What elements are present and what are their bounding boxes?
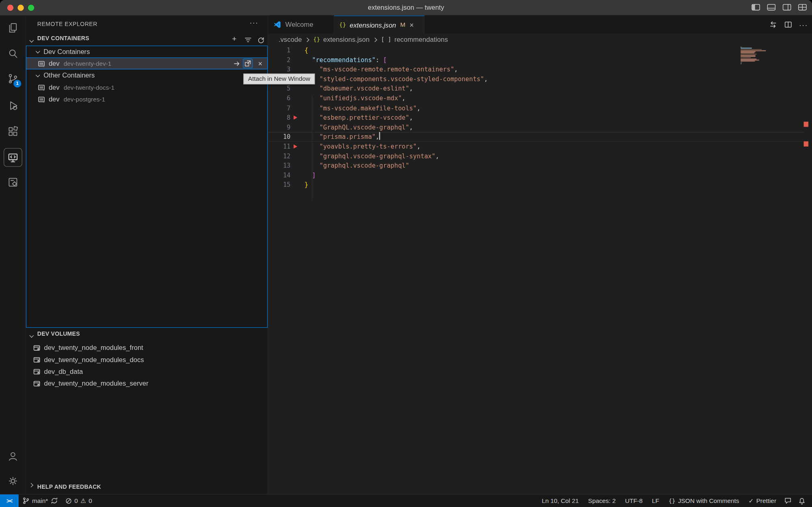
volume-item[interactable]: dev_db_data — [26, 366, 268, 378]
code-lines[interactable]: 1{2 "recommendations": [3 "ms-vscode-rem… — [268, 45, 804, 190]
formatter-item[interactable]: ✓ Prettier — [745, 494, 780, 507]
language-mode-item[interactable]: {} JSON with Comments — [665, 494, 743, 507]
volume-item[interactable]: dev_twenty_node_modules_docs — [26, 354, 268, 365]
indentation-item[interactable]: Spaces: 2 — [585, 494, 620, 507]
account-icon[interactable] — [7, 450, 19, 462]
volume-item[interactable]: dev_twenty_node_modules_front — [26, 342, 268, 354]
activity-bar: 1 — [0, 15, 26, 494]
overview-ruler-mark — [804, 141, 808, 147]
title-bar: extensions.json — twenty — [0, 0, 812, 15]
tooltip: Attach in New Window — [243, 73, 315, 84]
eol-item[interactable]: LF — [648, 494, 663, 507]
refresh-icon[interactable] — [257, 36, 265, 44]
remote-indicator[interactable]: >< — [0, 494, 19, 507]
remote-explorer-icon[interactable] — [7, 152, 19, 164]
tree-item-dev-postgres-1[interactable]: dev dev-postgres-1 — [26, 93, 268, 105]
customize-layout-icon[interactable] — [798, 4, 807, 11]
sidebar-title: REMOTE EXPLORER — [37, 21, 97, 27]
errors-icon — [65, 497, 72, 504]
tree-group-dev-containers[interactable]: Dev Containers — [26, 45, 268, 57]
code-line[interactable]: 14 ] — [268, 171, 804, 181]
tab-welcome[interactable]: Welcome — [268, 15, 334, 34]
section-help-feedback[interactable]: HELP AND FEEDBACK — [37, 483, 101, 490]
volume-icon — [32, 367, 41, 375]
scm-badge: 1 — [13, 80, 21, 87]
breadcrumb-symbol[interactable]: recommendations — [394, 36, 448, 43]
container-icon — [37, 95, 45, 103]
feedback-icon[interactable] — [784, 497, 792, 504]
tab-extensions-json[interactable]: {} extensions.json M × — [334, 15, 425, 34]
code-line[interactable]: 9 "GraphQL.vscode-graphql", — [268, 123, 804, 132]
container-icon — [37, 83, 45, 91]
dev-volumes-collapse-icon[interactable] — [29, 331, 34, 341]
json-file-icon: {} — [339, 22, 346, 28]
minimap[interactable] — [741, 47, 769, 65]
code-line[interactable]: 6 "unifiedjs.vscode-mdx", — [268, 94, 804, 104]
breadcrumbs: .vscode {} extensions.json [ ] recommend… — [268, 34, 812, 45]
code-line[interactable]: 13 "graphql.vscode-graphql" — [268, 161, 804, 171]
code-line[interactable]: 5 "dbaeumer.vscode-eslint", — [268, 84, 804, 94]
modified-badge: M — [400, 21, 406, 28]
container-icon — [37, 59, 45, 67]
window-title: extensions.json — twenty — [0, 0, 812, 15]
cursor-position-item[interactable]: Ln 10, Col 21 — [538, 494, 582, 507]
encoding-item[interactable]: UTF-8 — [622, 494, 646, 507]
tree-group-other-containers[interactable]: Other Containers — [26, 69, 268, 81]
section-dev-containers[interactable]: DEV CONTAINERS — [37, 35, 89, 41]
section-dev-volumes[interactable]: DEV VOLUMES — [37, 330, 80, 337]
volume-item[interactable]: dev_twenty_node_modules_server — [26, 378, 268, 389]
array-symbol-icon: [ ] — [381, 36, 391, 43]
code-line[interactable]: 12 "graphql.vscode-graphql-syntax", — [268, 151, 804, 161]
code-editor[interactable]: 1{2 "recommendations": [3 "ms-vscode-rem… — [268, 45, 812, 494]
split-editor-icon[interactable] — [784, 21, 792, 28]
breadcrumb-folder[interactable]: .vscode — [279, 36, 302, 43]
status-bar: >< main* 0 ⚠ 0 Ln 10, Col 21 Spaces: 2 U… — [0, 494, 812, 507]
text-cursor — [379, 132, 380, 140]
code-line[interactable]: 4 "styled-components.vscode-styled-compo… — [268, 74, 804, 84]
settings-gear-icon[interactable] — [7, 475, 19, 488]
git-branch-item[interactable]: main* — [19, 494, 61, 507]
code-line[interactable]: 7 "ms-vscode.makefile-tools", — [268, 104, 804, 113]
help-collapse-icon[interactable] — [29, 481, 34, 490]
remove-container-icon[interactable]: × — [255, 58, 265, 68]
notifications-bell-icon[interactable] — [798, 497, 806, 505]
code-line[interactable]: 8 "esbenp.prettier-vscode", — [268, 113, 804, 123]
tree-item-dev-twenty-dev-1[interactable]: dev dev-twenty-dev-1 × — [26, 58, 268, 69]
more-actions-icon[interactable]: ··· — [799, 20, 808, 28]
volume-icon — [32, 343, 41, 352]
json-symbol-icon: {} — [313, 36, 320, 43]
editor-group: Welcome {} extensions.json M × ··· .vsco… — [268, 15, 812, 494]
attach-current-window-icon[interactable] — [232, 58, 242, 68]
code-line[interactable]: 11 "yoavbls.pretty-ts-errors", — [268, 142, 804, 151]
toggle-panel-icon[interactable] — [767, 4, 776, 11]
attach-new-window-icon[interactable] — [243, 58, 253, 68]
problems-item[interactable]: 0 ⚠ 0 — [61, 494, 95, 507]
explorer-icon[interactable] — [7, 22, 19, 35]
code-line[interactable]: 15} — [268, 180, 804, 190]
filter-list-icon[interactable] — [244, 36, 252, 43]
breadcrumb-file[interactable]: extensions.json — [323, 36, 369, 43]
add-dev-container-icon[interactable]: + — [232, 34, 236, 43]
toggle-sidebar-icon[interactable] — [752, 4, 760, 11]
run-debug-icon[interactable] — [7, 99, 19, 112]
check-icon: ✓ — [748, 497, 754, 504]
branch-icon — [22, 497, 30, 504]
extensions-icon[interactable] — [7, 125, 19, 138]
warnings-icon: ⚠ — [80, 497, 86, 504]
containers-icon[interactable] — [7, 176, 19, 189]
gutter-marker-icon — [294, 145, 297, 149]
code-line[interactable]: 3 "ms-vscode-remote.remote-containers", — [268, 65, 804, 75]
tree-item-dev-twenty-docs-1[interactable]: dev dev-twenty-docs-1 — [26, 81, 268, 93]
gutter-marker-icon — [294, 116, 297, 120]
code-line[interactable]: 10 "prisma.prisma", — [268, 132, 804, 142]
open-changes-icon[interactable] — [769, 21, 777, 28]
overview-ruler-mark — [804, 122, 808, 127]
code-line[interactable]: 2 "recommendations": [ — [268, 55, 804, 65]
sidebar-remote-explorer: REMOTE EXPLORER ··· DEV CONTAINERS + Dev… — [26, 15, 268, 494]
search-icon[interactable] — [7, 47, 19, 60]
sidebar-more-actions-icon[interactable]: ··· — [250, 19, 259, 27]
dev-containers-collapse-icon[interactable] — [29, 36, 34, 45]
toggle-secondary-sidebar-icon[interactable] — [782, 4, 791, 11]
close-tab-icon[interactable]: × — [410, 21, 414, 29]
code-line[interactable]: 1{ — [268, 45, 804, 55]
